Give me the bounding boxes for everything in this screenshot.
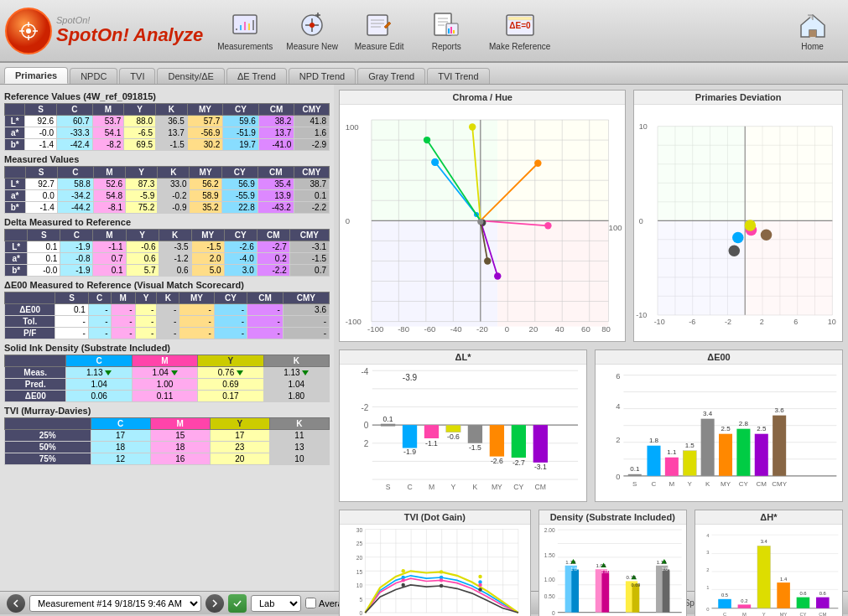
svg-text:-10: -10 (654, 318, 665, 326)
tvi-table: C M Y K 25% 17 15 17 11 50% 18 18 (4, 417, 330, 465)
next-button[interactable] (205, 594, 224, 613)
svg-text:30: 30 (356, 527, 363, 533)
make-reference-icon: ΔE=0 (503, 11, 537, 40)
measurement-select[interactable]: Measurement #14 9/18/15 9:46 AM (29, 595, 201, 612)
tvi-dot-gain-chart: TVI (Dot Gain) (339, 510, 531, 616)
tab-primaries[interactable]: Primaries (4, 67, 68, 84)
svg-text:0: 0 (364, 421, 369, 430)
tab-tvi-trend[interactable]: TVI Trend (427, 68, 489, 84)
svg-rect-111 (658, 220, 746, 315)
reference-table: S C M Y K MY CY CM CMY L* 92.660.753.788… (4, 103, 330, 151)
svg-text:CY: CY (739, 479, 749, 487)
tab-npd-trend[interactable]: NPD Trend (289, 68, 356, 84)
tab-tvi[interactable]: TVI (119, 68, 155, 84)
svg-rect-37 (372, 220, 497, 326)
table-row: a* 0.1-0.80.70.6-1.2 2.0-4.00.2-1.5 (5, 253, 330, 265)
svg-rect-312 (757, 546, 771, 608)
tab-density[interactable]: Density/ΔE (157, 68, 224, 84)
svg-text:C: C (723, 613, 726, 616)
svg-text:M: M (429, 482, 434, 490)
svg-text:25: 25 (356, 541, 363, 547)
svg-text:15: 15 (356, 569, 363, 575)
svg-text:2: 2 (616, 435, 620, 443)
svg-rect-156 (533, 425, 548, 463)
svg-point-82 (534, 160, 541, 167)
svg-rect-318 (796, 598, 809, 608)
svg-text:100: 100 (609, 223, 622, 232)
svg-text:Y: Y (762, 613, 766, 616)
density-bar-chart: Density (Substrate Included) (538, 510, 687, 616)
measurements-button[interactable]: Measurements (211, 3, 278, 60)
delta-l-chart: ΔL* -4 -2 (339, 349, 587, 503)
svg-text:2.5: 2.5 (721, 425, 731, 432)
svg-text:-20: -20 (476, 324, 488, 334)
svg-text:3.6: 3.6 (775, 406, 785, 413)
delta-section-title: Delta Measured to Reference (4, 217, 330, 227)
svg-point-245 (402, 578, 405, 582)
svg-text:0.5: 0.5 (721, 593, 728, 598)
svg-rect-182 (647, 445, 660, 475)
svg-text:0.50: 0.50 (544, 594, 555, 600)
svg-text:100: 100 (346, 122, 359, 132)
average-checkbox[interactable] (305, 598, 316, 608)
reports-icon (429, 11, 463, 40)
svg-rect-283 (632, 584, 639, 613)
svg-text:0.69: 0.69 (631, 582, 640, 588)
svg-text:0: 0 (346, 216, 350, 225)
svg-text:2: 2 (706, 567, 709, 572)
svg-text:CY: CY (799, 613, 806, 616)
svg-text:1.5: 1.5 (685, 442, 695, 449)
svg-point-254 (478, 575, 481, 578)
tvi-title: TVI (Dot Gain) (340, 510, 530, 525)
svg-point-247 (402, 583, 405, 587)
svg-point-83 (424, 137, 430, 143)
svg-point-79 (544, 222, 551, 229)
svg-point-253 (478, 583, 481, 587)
table-row: L* 92.758.852.687.333.0 56.256.935.438.7 (5, 179, 330, 190)
table-row: Tol. ----- ---- (5, 316, 330, 328)
svg-text:0.1: 0.1 (383, 414, 393, 422)
tab-gray-trend[interactable]: Gray Trend (357, 68, 425, 84)
svg-text:2.00: 2.00 (544, 528, 555, 534)
reports-button[interactable]: Reports (413, 3, 480, 60)
table-row: L* 0.1-1.9-1.1-0.6-3.5 -1.5-2.6-2.7-3.1 (5, 241, 330, 253)
tab-npdc[interactable]: NPDC (70, 68, 117, 84)
svg-text:1.04: 1.04 (596, 563, 606, 568)
check-button[interactable] (228, 594, 247, 613)
prev-button[interactable] (7, 594, 25, 613)
svg-rect-146 (424, 425, 439, 438)
svg-text:Y: Y (688, 479, 693, 487)
primaries-dev-title: Primaries Deviation (634, 91, 842, 105)
measure-edit-button[interactable]: Measure Edit (346, 3, 413, 60)
table-row: b* -1.4-42.4-8.269.5-1.5 30.219.7-41.0-2… (5, 139, 330, 151)
svg-text:-100: -100 (367, 324, 383, 334)
svg-text:0.1: 0.1 (630, 465, 640, 473)
svg-text:2: 2 (760, 318, 764, 326)
tab-de-trend[interactable]: ΔE Trend (226, 68, 287, 84)
make-reference-button[interactable]: ΔE=0 Make Reference (480, 3, 559, 60)
measure-new-button[interactable]: Measure New (278, 3, 346, 60)
make-reference-label: Make Reference (489, 42, 550, 51)
col-s: S (25, 104, 57, 116)
svg-text:0.6: 0.6 (819, 591, 826, 596)
svg-text:CY: CY (513, 482, 523, 490)
svg-point-84 (494, 272, 501, 279)
svg-point-246 (402, 569, 405, 572)
svg-text:-2: -2 (725, 318, 731, 326)
home-button[interactable]: Home (781, 3, 844, 60)
lab-select[interactable]: Lab (251, 595, 301, 612)
svg-text:2.8: 2.8 (739, 419, 749, 427)
svg-rect-315 (777, 582, 790, 608)
logo: SpotOn! SpotOn! Analyze (4, 7, 203, 55)
svg-text:10: 10 (828, 318, 836, 326)
svg-text:-3.9: -3.9 (403, 372, 418, 381)
de00-section-title: ΔE00 Measured to Reference (Visual Match… (4, 280, 330, 290)
table-row: P/F ----- ---- (5, 328, 330, 339)
svg-text:1.04: 1.04 (570, 567, 580, 572)
col-cm: CM (258, 104, 294, 116)
col-y: Y (124, 104, 156, 116)
svg-point-250 (440, 571, 443, 574)
svg-text:1.04: 1.04 (661, 567, 670, 572)
table-row: 50% 18 18 23 13 (5, 442, 330, 453)
svg-point-251 (440, 584, 443, 588)
